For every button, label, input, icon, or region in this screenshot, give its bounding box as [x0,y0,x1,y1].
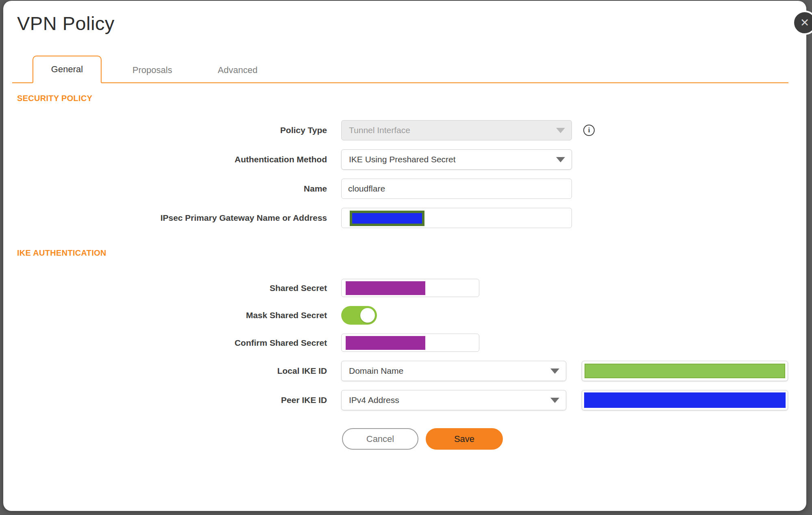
peer-ike-id-label: Peer IKE ID [3,395,327,405]
caret-down-icon [550,398,559,403]
local-ike-id-redacted-value [585,364,785,378]
peer-ike-id-row: Peer IKE ID IPv4 Address [3,390,806,410]
ike-authentication-heading: IKE AUTHENTICATION [17,248,806,258]
gateway-row: IPsec Primary Gateway Name or Address [3,208,806,228]
caret-down-icon [556,157,565,162]
auth-method-value: IKE Using Preshared Secret [349,155,456,164]
local-ike-id-input[interactable] [582,361,788,381]
mask-shared-secret-row: Mask Shared Secret [3,306,806,325]
security-policy-heading: SECURITY POLICY [17,94,806,103]
ike-authentication-form: Shared Secret Mask Shared Secret Confirm… [3,279,806,450]
gateway-redacted-value [350,211,424,226]
auth-method-control: IKE Using Preshared Secret [341,149,572,170]
shared-secret-input[interactable] [341,279,479,297]
mask-shared-secret-control [341,306,377,325]
peer-ike-id-type-value: IPv4 Address [349,395,399,405]
vpn-policy-dialog: VPN Policy General Proposals Advanced SE… [3,1,806,511]
cancel-button[interactable]: Cancel [342,428,418,450]
name-control [341,179,572,199]
dialog-title: VPN Policy [3,1,806,34]
tab-proposals[interactable]: Proposals [118,57,187,83]
mask-shared-secret-toggle[interactable] [341,306,377,325]
confirm-shared-secret-label: Confirm Shared Secret [3,338,327,348]
local-ike-id-control: Domain Name [341,361,788,381]
peer-ike-id-input[interactable] [582,390,788,410]
toggle-knob [360,308,375,323]
security-policy-form: Policy Type Tunnel Interface i Authentic… [3,120,806,228]
local-ike-id-row: Local IKE ID Domain Name [3,361,806,381]
tab-general[interactable]: General [32,56,102,83]
dialog-actions: Cancel Save [342,428,806,450]
local-ike-id-type-select[interactable]: Domain Name [341,361,566,381]
peer-ike-id-type-select[interactable]: IPv4 Address [341,390,566,410]
name-input[interactable] [341,179,572,199]
policy-type-value: Tunnel Interface [349,125,410,135]
gateway-input[interactable] [341,208,572,228]
caret-down-icon [556,128,565,133]
shared-secret-control [341,279,479,297]
confirm-shared-secret-row: Confirm Shared Secret [3,334,806,352]
mask-shared-secret-label: Mask Shared Secret [3,310,327,320]
shared-secret-label: Shared Secret [3,283,327,293]
policy-type-label: Policy Type [3,125,327,135]
policy-type-control: Tunnel Interface i [341,120,595,140]
local-ike-id-label: Local IKE ID [3,366,327,376]
close-icon: ✕ [800,17,810,28]
auth-method-label: Authentication Method [3,155,327,164]
policy-type-select: Tunnel Interface [341,120,572,140]
auth-method-select[interactable]: IKE Using Preshared Secret [341,149,572,170]
info-icon[interactable]: i [583,125,595,136]
peer-ike-id-redacted-value [584,392,786,408]
save-button[interactable]: Save [426,428,503,450]
shared-secret-row: Shared Secret [3,279,806,297]
gateway-label: IPsec Primary Gateway Name or Address [3,213,327,223]
peer-ike-id-control: IPv4 Address [341,390,788,410]
tab-advanced[interactable]: Advanced [203,57,272,83]
confirm-shared-secret-control [341,334,479,352]
name-label: Name [3,184,327,194]
policy-type-row: Policy Type Tunnel Interface i [3,120,806,140]
gateway-control [341,208,572,228]
local-ike-id-type-value: Domain Name [349,366,403,376]
tab-bar: General Proposals Advanced [12,55,788,83]
shared-secret-redacted-value [346,281,425,295]
caret-down-icon [550,368,559,374]
name-row: Name [3,179,806,199]
confirm-shared-secret-redacted-value [346,336,425,350]
auth-method-row: Authentication Method IKE Using Preshare… [3,149,806,170]
confirm-shared-secret-input[interactable] [341,334,479,352]
